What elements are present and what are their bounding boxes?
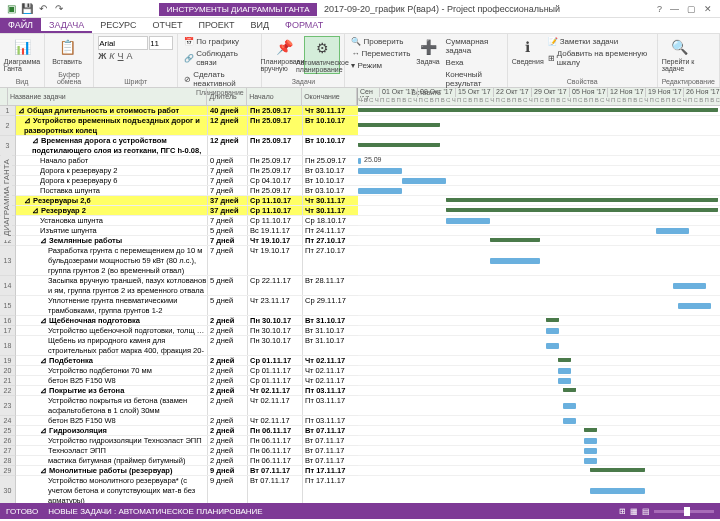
gantt-bar[interactable]	[358, 158, 361, 164]
task-row[interactable]: ⊿ Покрытие из бетона2 днейЧт 02.11.17Пт …	[16, 386, 358, 396]
column-duration[interactable]: Длитель	[207, 88, 247, 105]
milestone-button[interactable]: Веха	[444, 57, 503, 68]
row-number[interactable]: 18	[0, 336, 16, 356]
task-row[interactable]: Изъятие шпунта5 днейВс 19.11.17Пт 24.11.…	[16, 226, 358, 236]
gantt-bar[interactable]	[584, 438, 597, 444]
gantt-bar[interactable]	[558, 368, 571, 374]
links-button[interactable]: 🔗Соблюдать связи	[182, 48, 257, 68]
help-icon[interactable]: ?	[657, 4, 662, 14]
row-number[interactable]: 27	[0, 446, 16, 456]
row-number[interactable]: 24	[0, 416, 16, 426]
italic-button[interactable]: К	[109, 51, 114, 61]
auto-schedule-button[interactable]: ⚙ Автоматическое планирование	[304, 36, 340, 74]
column-start[interactable]: Начало	[247, 88, 302, 105]
gantt-bar[interactable]	[358, 143, 440, 147]
tab-report[interactable]: ОТЧЕТ	[145, 18, 191, 33]
timeline-button[interactable]: ⊞Добавить на временную шкалу	[546, 48, 653, 68]
undo-icon[interactable]: ↶	[36, 2, 50, 16]
task-row[interactable]: Уплотнение грунта пневматическими трамбо…	[16, 296, 358, 316]
row-number[interactable]: 29	[0, 466, 16, 476]
gantt-bar[interactable]	[584, 458, 597, 464]
notes-button[interactable]: 📝Заметки задачи	[546, 36, 653, 47]
gantt-bar[interactable]	[402, 178, 446, 184]
row-number[interactable]: 22	[0, 386, 16, 396]
row-number[interactable]: 30	[0, 476, 16, 503]
task-row[interactable]: ⊿ Резервуар 237 днейСр 11.10.17Чт 30.11.…	[16, 206, 358, 216]
deliverable-button[interactable]: Конечный результат	[444, 69, 503, 89]
task-row[interactable]: Устройство подбетонки 70 мм2 днейСр 01.1…	[16, 366, 358, 376]
task-row[interactable]: мастика битумная (праймер битумный)2 дне…	[16, 456, 358, 466]
task-row[interactable]: Устройство гидроизоляции Техноэласт ЭПП2…	[16, 436, 358, 446]
minimize-icon[interactable]: —	[670, 4, 679, 14]
view-shortcut-icon[interactable]: ▦	[630, 507, 638, 516]
gantt-bar[interactable]	[558, 378, 571, 384]
disable-button[interactable]: ⊘Сделать неактивной	[182, 69, 257, 89]
task-row[interactable]: Поставка шпунта7 днейПн 25.09.17Вт 03.10…	[16, 186, 358, 196]
info-button[interactable]: ℹ Сведения	[512, 36, 544, 65]
mode-button[interactable]: ▾Режим	[349, 60, 412, 71]
task-button[interactable]: ➕ Задача	[414, 36, 441, 65]
row-number[interactable]: 14	[0, 276, 16, 296]
row-number[interactable]: 16	[0, 316, 16, 326]
redo-icon[interactable]: ↷	[52, 2, 66, 16]
task-row[interactable]: ⊿ Монолитные работы (резервуар)9 днейВт …	[16, 466, 358, 476]
gantt-bar[interactable]	[490, 258, 540, 264]
row-number[interactable]: 20	[0, 366, 16, 376]
task-row[interactable]: Дорога к резервуару 27 днейПн 25.09.17Вт…	[16, 166, 358, 176]
task-row[interactable]: ⊿ Общая длительность и стоимость работ40…	[16, 106, 358, 116]
font-size-select[interactable]	[149, 36, 173, 50]
close-icon[interactable]: ✕	[704, 4, 712, 14]
row-number[interactable]: 28	[0, 456, 16, 466]
task-row[interactable]: Дорога к резервуару 67 днейСр 04.10.17Вт…	[16, 176, 358, 186]
gantt-bar[interactable]	[584, 428, 597, 432]
row-number[interactable]: 17	[0, 326, 16, 336]
view-shortcut-icon[interactable]: ⊞	[619, 507, 626, 516]
gantt-bar[interactable]	[490, 238, 540, 242]
gantt-chart-button[interactable]: 📊 Диаграмма Ганта	[4, 36, 40, 72]
gantt-bar[interactable]	[563, 388, 576, 392]
row-number[interactable]: 25	[0, 426, 16, 436]
row-number[interactable]: 26	[0, 436, 16, 446]
font-name-select[interactable]	[98, 36, 148, 50]
tab-view[interactable]: ВИД	[243, 18, 278, 33]
underline-button[interactable]: Ч	[118, 51, 124, 61]
gantt-chart[interactable]: 25.09	[358, 106, 720, 503]
row-number[interactable]: 19	[0, 356, 16, 366]
task-row[interactable]: ⊿ Резервуары 2,637 днейСр 11.10.17Чт 30.…	[16, 196, 358, 206]
task-row[interactable]: Техноэласт ЭПП2 днейПн 06.11.17Вт 07.11.…	[16, 446, 358, 456]
by-chart-button[interactable]: 📅По графику	[182, 36, 257, 47]
task-row[interactable]: ⊿ Землянные работы7 днейЧт 19.10.17Пт 27…	[16, 236, 358, 246]
tab-resource[interactable]: РЕСУРС	[92, 18, 144, 33]
task-row[interactable]: Устройство щебеночной подготовки, толщ 2…	[16, 326, 358, 336]
task-row[interactable]: ⊿ Щебёночная подготовка2 днейПн 30.10.17…	[16, 316, 358, 326]
gantt-bar[interactable]	[358, 168, 402, 174]
scroll-to-task-button[interactable]: 🔍 Перейти к задаче	[662, 36, 698, 72]
indicator-column[interactable]	[0, 88, 8, 105]
task-row[interactable]: Засыпка вручную траншей, пазух котловано…	[16, 276, 358, 296]
row-number[interactable]: 13	[0, 246, 16, 276]
maximize-icon[interactable]: ▢	[687, 4, 696, 14]
task-row[interactable]: Устройство монолитного резервуара* (с уч…	[16, 476, 358, 503]
gantt-bar[interactable]	[546, 343, 559, 349]
tab-task[interactable]: ЗАДАЧА	[41, 18, 92, 33]
bold-button[interactable]: Ж	[98, 51, 106, 61]
summary-task-button[interactable]: Суммарная задача	[444, 36, 503, 56]
row-number[interactable]: 21	[0, 376, 16, 386]
gantt-bar[interactable]	[584, 448, 597, 454]
gantt-bar[interactable]	[558, 358, 571, 362]
task-row[interactable]: Начало работ0 днейПн 25.09.17Пн 25.09.17	[16, 156, 358, 166]
task-row[interactable]: бетон В25 F150 W82 днейСр 01.11.17Чт 02.…	[16, 376, 358, 386]
column-finish[interactable]: Окончание	[302, 88, 357, 105]
gantt-bar[interactable]	[358, 123, 440, 127]
gantt-bar[interactable]	[546, 318, 559, 322]
task-row[interactable]: ⊿ Подбетонка2 днейСр 01.11.17Чт 02.11.17	[16, 356, 358, 366]
tab-file[interactable]: ФАЙЛ	[0, 18, 41, 33]
row-number[interactable]: 23	[0, 396, 16, 416]
task-row[interactable]: ⊿ Устройство временных подъездных дорог …	[16, 116, 358, 136]
task-row[interactable]: бетон В25 F150 W82 днейЧт 02.11.17Пт 03.…	[16, 416, 358, 426]
gantt-bar[interactable]	[358, 108, 718, 112]
task-table[interactable]: ⊿ Общая длительность и стоимость работ40…	[16, 106, 358, 503]
task-row[interactable]: Установка шпунта7 днейСр 11.10.17Ср 18.1…	[16, 216, 358, 226]
tab-format[interactable]: ФОРМАТ	[277, 18, 331, 33]
gantt-bar[interactable]	[590, 468, 645, 472]
